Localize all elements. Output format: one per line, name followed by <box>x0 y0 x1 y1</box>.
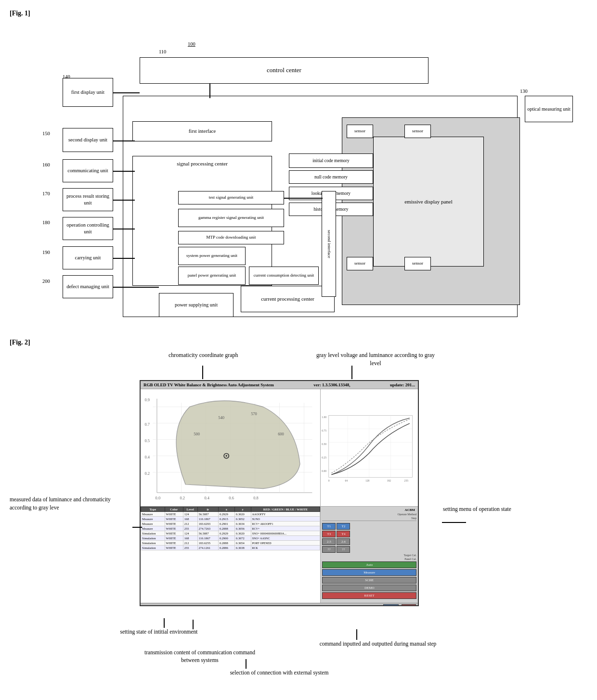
btn-reset[interactable]: RESET <box>322 592 416 599</box>
sensor2-box: sensor <box>404 125 431 138</box>
fig2-diagram: chromaticity coordinate graph gray level… <box>10 351 568 700</box>
ann-measured-data: measured data of luminance and chromatic… <box>10 496 130 512</box>
svg-text:0.2: 0.2 <box>144 471 150 476</box>
ss-title: RGB OLED TV White Balance & Brightness A… <box>143 382 274 387</box>
operate-method-label: Operate Method <box>322 513 416 516</box>
ann-gray-level: gray level voltage and luminance accordi… <box>313 351 438 368</box>
svg-text:500: 500 <box>194 432 200 436</box>
control-center-box: control center <box>140 57 428 84</box>
first-display-unit-box: first display unit <box>63 78 113 107</box>
btn-row-measure: Measure <box>322 569 416 576</box>
second-interface-box: second interface <box>322 191 336 297</box>
first-interface-box: first interface <box>132 121 272 141</box>
btn-demo[interactable]: DEMO <box>322 585 416 591</box>
ann-setting-state: setting state of intitial environment <box>106 628 212 636</box>
ss-left-panel: 0.9 0.7 0.5 0.4 0.2 0.0 0.2 0.4 0.6 0.8 <box>141 389 321 603</box>
btn-b2[interactable]: 2.6 <box>337 538 350 545</box>
ss-controls: ACBM Operate Method Step T1 T2 T3 T4 <box>321 507 418 603</box>
btn-row-4: ?? ?? <box>322 546 416 553</box>
system-power-box: system power generating unit <box>178 247 246 265</box>
current-consumption-box: current consumption detecting unit <box>249 267 319 285</box>
btn-t2[interactable]: T2 <box>337 523 350 530</box>
btn-row-demo: DEMO <box>322 585 416 591</box>
ref-200: 200 <box>42 279 50 284</box>
panel-power-box: panel power generating unit <box>178 267 246 285</box>
mtp-code-box: MTP code downloading unit <box>178 231 284 244</box>
btn-row-reset: RESET <box>322 592 416 599</box>
btn-t4[interactable]: T4 <box>337 531 350 537</box>
software-screenshot: RGB OLED TV White Balance & Brightness A… <box>140 380 419 606</box>
ss-chart: 0.9 0.7 0.5 0.4 0.2 0.0 0.2 0.4 0.6 0.8 <box>141 389 320 507</box>
btn-b3[interactable]: ?? <box>322 546 336 553</box>
ref-110: 110 <box>159 49 166 54</box>
ss-right-panel: 1.00 0.75 0.50 0.25 0.00 0 64 128 192 25… <box>321 389 418 603</box>
optical-measuring-box: optical measuring unit <box>525 96 573 122</box>
svg-text:600: 600 <box>278 432 284 436</box>
col-color: Color <box>165 507 183 512</box>
col-ir: ir <box>197 507 218 512</box>
set-view-label: SET_VIEW <box>143 606 159 606</box>
svg-text:0.25: 0.25 <box>322 456 327 459</box>
fig1-diagram: 100 110 140 control center 130 optical m… <box>10 21 568 329</box>
power-supplying-box: power supplying unit <box>159 293 234 317</box>
ref-100: 100 <box>188 41 195 47</box>
ann-selection: selection of connection with external sy… <box>226 669 332 676</box>
svg-text:0.6: 0.6 <box>229 496 234 500</box>
svg-text:0.4: 0.4 <box>204 496 209 500</box>
null-code-memory-box: null code memory <box>289 170 373 184</box>
table-row: SimulationWHITE255274.12610.28860.3038RC… <box>141 546 320 550</box>
btn-sche[interactable]: SCHE <box>322 577 416 584</box>
table-row: SimulationWHITE12456.58870.29290.3020SNO… <box>141 531 320 536</box>
sensor3-box: sensor <box>347 257 373 270</box>
svg-text:0.4: 0.4 <box>144 455 150 459</box>
value1-label: 1606.3726 <box>162 606 176 606</box>
ss-version: ver: 1.3.5306.13348, <box>313 382 350 387</box>
step-label: Step <box>322 517 416 521</box>
btn-t3[interactable]: T3 <box>322 531 336 537</box>
btn-auto[interactable]: Auto <box>322 561 416 568</box>
svg-text:0.2: 0.2 <box>180 496 185 500</box>
ref-190: 190 <box>42 250 50 255</box>
table-row: SimulationWHITE212183.62550.28880.3054PO… <box>141 541 320 546</box>
initial-code-memory-box: initial code memory <box>289 153 373 168</box>
ref-170: 170 <box>42 191 50 196</box>
btn-row-auto: Auto <box>322 561 416 568</box>
btn-measure[interactable]: Measure <box>322 569 416 576</box>
btn-row-2: T3 T4 <box>322 531 416 537</box>
btn-open[interactable]: OPEN <box>383 604 399 606</box>
svg-text:128: 128 <box>365 479 370 482</box>
table-row: SimulationWHITE168110.18670.29000.3072SN… <box>141 536 320 541</box>
svg-text:255: 255 <box>404 479 409 482</box>
usb-label: USB CAS08 <box>179 606 196 606</box>
acbm-label: ACBM <box>322 508 416 512</box>
btn-b1[interactable]: 2.5 <box>322 538 336 545</box>
chromaticity-svg: 0.9 0.7 0.5 0.4 0.2 0.0 0.2 0.4 0.6 0.8 <box>141 389 320 506</box>
emissive-display-box: emissive display panel <box>373 137 484 267</box>
sensor1-box: sensor <box>347 125 373 138</box>
communicating-unit-box: communicating unit <box>63 159 113 182</box>
svg-text:1.00: 1.00 <box>322 416 327 419</box>
svg-text:0.9: 0.9 <box>144 397 150 402</box>
svg-text:0.7: 0.7 <box>144 422 150 427</box>
ref-150: 150 <box>42 131 50 136</box>
table-row: MeasureWHITE168110.18670.29150.3052SUNO <box>141 517 320 522</box>
svg-text:0: 0 <box>328 479 330 482</box>
ref-160: 160 <box>42 162 50 167</box>
fig2-label: [Fig. 2] <box>10 339 587 346</box>
svg-text:64: 64 <box>345 479 348 482</box>
btn-row-sche: SCHE <box>322 577 416 584</box>
table-row: MeasureWHITE212183.62930.29010.3034RCV+ … <box>141 522 320 526</box>
target-cal-label: Target Cal. <box>322 554 416 557</box>
btn-exit[interactable]: EXIT <box>402 604 416 606</box>
svg-text:0.0: 0.0 <box>156 496 161 500</box>
test-signal-box: test signal generating unit <box>178 191 284 204</box>
gamma-register-box: gamma register signal generating unit <box>178 209 284 227</box>
col-y: y <box>234 507 251 512</box>
data-table: Type Color Level ir x y RED / GREEN / BL… <box>141 507 320 550</box>
connected2-label: Connected <box>247 606 262 606</box>
btn-t1[interactable]: T1 <box>322 523 336 530</box>
col-x: x <box>218 507 234 512</box>
btn-b4[interactable]: ?? <box>337 546 350 553</box>
svg-text:0.00: 0.00 <box>322 470 327 472</box>
current-processing-box: current processing center <box>241 286 335 312</box>
